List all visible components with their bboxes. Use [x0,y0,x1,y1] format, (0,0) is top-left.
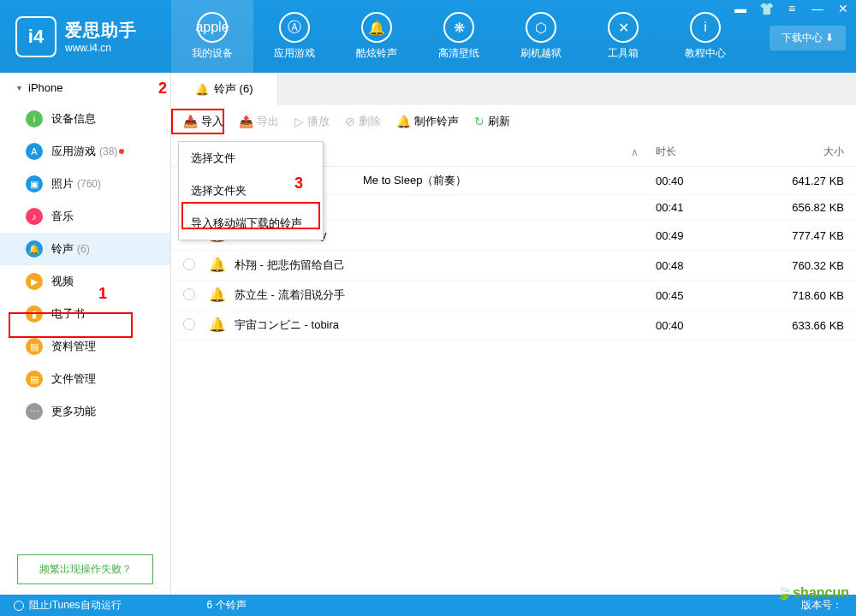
export-label: 导出 [257,114,279,129]
skin-icon[interactable]: 👕 [753,0,779,17]
sidebar-label: 电子书 [51,306,85,322]
notification-dot [119,149,124,154]
download-center-button[interactable]: 下载中心 ⬇ [770,26,846,50]
row-size: 656.82 KB [758,201,844,214]
feedback-icon[interactable]: ▬ [728,0,753,17]
toggle-circle-icon [14,601,24,611]
row-duration: 00:41 [656,201,758,214]
app-subtitle: www.i4.cn [65,42,137,54]
refresh-label: 刷新 [488,114,510,129]
import-label: 导入 [201,114,223,129]
nav-应用游戏[interactable]: Ⓐ应用游戏 [253,0,336,73]
delete-button[interactable]: ⊘ 删除 [345,114,381,129]
sidebar-item-铃声[interactable]: 🔔铃声(6) [0,233,170,265]
nav-刷机越狱[interactable]: ⬡刷机越狱 [500,0,582,73]
row-duration: 00:40 [656,319,758,332]
sidebar-label: 应用游戏 [51,144,96,159]
row-size: 633.66 KB [758,319,844,332]
sidebar-item-照片[interactable]: ▣照片(760) [0,168,170,200]
import-icon: 📥 [183,115,198,128]
tab-ringtones[interactable]: 🔔 铃声 (6) [171,73,278,105]
flower-icon: ❋ [443,12,474,43]
sidebar-label: 视频 [51,274,74,289]
refresh-icon: ↻ [474,115,484,128]
sidebar-count: (6) [77,243,90,255]
bell-icon: 🔔 [209,287,226,304]
row-name-cell: 🔔宇宙コンビニ - tobira [209,317,656,334]
import-dropdown: 选择文件选择文件夹导入移动端下载的铃声 3 [178,141,324,240]
nav-label: 我的设备 [192,46,233,61]
sidebar-item-资料管理[interactable]: ▤资料管理 [0,330,170,363]
itunes-block-toggle[interactable]: 阻止iTunes自动运行 [14,598,122,613]
nav-工具箱[interactable]: ✕工具箱 [582,0,664,73]
device-selector[interactable]: iPhone [0,73,170,103]
nav-label: 教程中心 [685,46,726,61]
row-checkbox[interactable] [183,318,195,330]
nav-label: 应用游戏 [274,46,315,61]
table-row[interactable]: 🔔宇宙コンビニ - tobira00:40633.66 KB [171,311,856,341]
bell-icon: 🔔 [209,257,226,274]
row-size: 641.27 KB [758,175,844,187]
nav-高清壁纸[interactable]: ❋高清壁纸 [418,0,500,73]
export-icon: 📤 [239,115,253,128]
minimize-icon[interactable]: — [805,0,830,17]
app-title: 爱思助手 [65,19,137,42]
nav-我的设备[interactable]: apple我的设备 [171,0,253,73]
sidebar-icon: A [26,143,43,160]
table-row[interactable]: 🔔朴翔 - 把悲伤留给自己00:48760.32 KB [171,251,856,281]
make-label: 制作铃声 [414,114,459,129]
col-duration-header[interactable]: 时长 [656,145,758,159]
watermark: 🍃shancun [776,584,849,601]
annotation-1: 1 [98,285,107,303]
nav-酷炫铃声[interactable]: 🔔酷炫铃声 [336,0,418,73]
table-row[interactable]: 🔔苏立生 - 流着泪说分手00:45718.60 KB [171,281,856,311]
status-bar: 阻止iTunes自动运行 6 个铃声 版本号： [0,595,856,616]
row-checkbox[interactable] [183,288,195,300]
row-size: 760.32 KB [758,259,844,272]
row-checkbox[interactable] [183,258,195,270]
logo-area: i4 爱思助手 www.i4.cn [0,16,171,57]
annotation-3: 3 [294,175,303,192]
row-name-cell: 🔔朴翔 - 把悲伤留给自己 [209,257,656,274]
app-header: i4 爱思助手 www.i4.cn apple我的设备Ⓐ应用游戏🔔酷炫铃声❋高清… [0,0,856,73]
wrench-icon: ✕ [608,12,639,43]
sidebar-icon: ▤ [26,370,43,388]
tabs-bar: 🔔 铃声 (6) [171,73,856,105]
export-button[interactable]: 📤 导出 [239,114,279,129]
refresh-button[interactable]: ↻ 刷新 [474,114,510,129]
sidebar-icon: i [26,110,43,127]
sidebar-item-音乐[interactable]: ♪音乐 [0,200,170,233]
sidebar-item-文件管理[interactable]: ▤文件管理 [0,363,170,395]
import-button[interactable]: 📥 导入 [183,114,223,129]
col-size-header[interactable]: 大小 [758,145,844,159]
sidebar-item-视频[interactable]: ▶视频 [0,265,170,298]
nav-label: 酷炫铃声 [356,46,397,61]
sidebar-item-电子书[interactable]: ▮电子书 [0,298,170,330]
sidebar-item-应用游戏[interactable]: A应用游戏(38) [0,135,170,168]
row-size: 777.47 KB [758,229,844,242]
sidebar-icon: ▣ [26,175,43,192]
sidebar-item-设备信息[interactable]: i设备信息 [0,103,170,135]
row-name-text: 朴翔 - 把悲伤留给自己 [235,258,345,273]
dropdown-item-0[interactable]: 选择文件 [179,142,323,175]
menu-icon[interactable]: ≡ [779,0,805,17]
make-ringtone-button[interactable]: 🔔 制作铃声 [396,114,459,129]
sidebar-label: 设备信息 [51,111,96,127]
sidebar-item-更多功能[interactable]: ⋯更多功能 [0,395,170,428]
sidebar-icon: ⋯ [26,403,43,420]
row-duration: 00:48 [656,259,758,272]
row-duration: 00:40 [656,175,758,187]
logo-text: 爱思助手 www.i4.cn [65,19,137,54]
sidebar-icon: ▤ [26,338,43,355]
main-content: 🔔 铃声 (6) 📥 导入 📤 导出 ▷ 播放 ⊘ 删除 🔔 [171,73,856,595]
help-link[interactable]: 频繁出现操作失败？ [17,554,153,584]
play-button[interactable]: ▷ 播放 [294,114,330,129]
status-count: 6 个铃声 [207,598,247,613]
sidebar: iPhone i设备信息A应用游戏(38)▣照片(760)♪音乐🔔铃声(6)▶视… [0,73,171,595]
dropdown-item-2[interactable]: 导入移动端下载的铃声 [179,207,323,240]
close-icon[interactable]: ✕ [830,0,856,17]
sidebar-icon: ▮ [26,305,43,323]
annotation-2: 2 [158,80,167,98]
window-controls: ▬ 👕 ≡ — ✕ [728,0,856,17]
row-name-text: Me to Sleep（前奏） [363,173,467,188]
